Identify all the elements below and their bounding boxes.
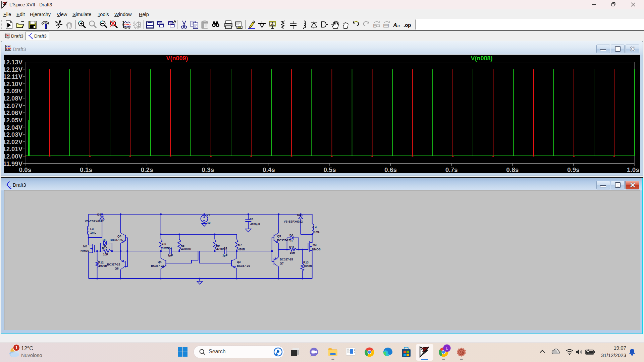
svg-text:1: 1 — [15, 345, 17, 350]
svg-text:D6: D6 — [289, 234, 293, 237]
svg-text:C4: C4 — [168, 247, 172, 250]
svg-text:L: L — [446, 346, 448, 350]
svg-text:12.00V: 12.00V — [4, 153, 23, 160]
svg-text:12.10V: 12.10V — [4, 80, 23, 87]
svg-text:10R: 10R — [290, 251, 296, 254]
svg-text:Q7: Q7 — [280, 262, 284, 265]
svg-text:E: E — [386, 23, 389, 28]
svg-text:12.11V: 12.11V — [4, 73, 23, 80]
svg-text:V2: V2 — [207, 214, 210, 217]
svg-text:12.07V: 12.07V — [4, 102, 23, 109]
svg-text:R12: R12 — [98, 261, 104, 264]
svg-text:0.9s: 0.9s — [567, 166, 580, 173]
svg-text:a: a — [397, 23, 400, 28]
svg-text:R8: R8 — [181, 244, 184, 247]
svg-text:12.12V: 12.12V — [4, 66, 23, 73]
svg-text:C6: C6 — [250, 218, 253, 221]
svg-text:NMOS: NMOS — [80, 249, 89, 252]
svg-text:BC337-25: BC337-25 — [110, 238, 123, 242]
svg-text:L4: L4 — [313, 226, 317, 229]
svg-text:0.2s: 0.2s — [141, 166, 153, 173]
svg-text:10R: 10R — [103, 253, 109, 256]
svg-text:C5: C5 — [223, 247, 227, 250]
svg-text:Q6: Q6 — [117, 235, 121, 238]
svg-text:0.4s: 0.4s — [263, 166, 275, 173]
svg-text:BC337-25: BC337-25 — [237, 264, 250, 267]
svg-text:Q5: Q5 — [277, 235, 281, 238]
svg-text:0.7s: 0.7s — [445, 166, 458, 173]
svg-text:D3: D3 — [97, 213, 101, 216]
svg-text:12.01V: 12.01V — [4, 145, 23, 153]
svg-text:1mL: 1mL — [90, 231, 96, 234]
svg-text:BC327-25: BC327-25 — [280, 258, 293, 261]
svg-text:R11: R11 — [289, 245, 294, 249]
svg-text:12.02V: 12.02V — [4, 138, 23, 145]
svg-text:R7: R7 — [238, 243, 242, 247]
svg-text:0.6s: 0.6s — [384, 166, 397, 173]
svg-text:1µF: 1µF — [222, 254, 227, 257]
svg-text:V(n008): V(n008) — [471, 55, 492, 62]
svg-text:V(n009): V(n009) — [166, 55, 188, 62]
svg-text:0.8s: 0.8s — [506, 166, 519, 173]
svg-text:M4: M4 — [83, 245, 87, 248]
svg-text:12: 12 — [207, 221, 211, 225]
svg-text:D4: D4 — [297, 213, 301, 217]
svg-text:BC337-25: BC337-25 — [151, 264, 164, 267]
svg-text:BC327-25: BC327-25 — [107, 263, 120, 266]
svg-text:.op: .op — [404, 22, 411, 28]
svg-text:NMOS: NMOS — [312, 248, 321, 251]
svg-text:BC337-25: BC337-25 — [277, 239, 290, 242]
svg-text:R6: R6 — [162, 242, 166, 246]
svg-text:1mL: 1mL — [314, 230, 320, 234]
svg-text:Q3: Q3 — [237, 260, 241, 263]
svg-text:1000R: 1000R — [99, 264, 107, 267]
svg-text:0.5s: 0.5s — [324, 166, 336, 173]
svg-text:M3: M3 — [313, 243, 317, 246]
svg-text:R9: R9 — [216, 244, 220, 247]
svg-text:A: A — [271, 22, 273, 26]
svg-text:4700µF: 4700µF — [250, 223, 260, 226]
svg-text:0.1s: 0.1s — [80, 166, 92, 173]
svg-text:E: E — [373, 23, 376, 28]
svg-text:A: A — [393, 21, 397, 28]
svg-text:12.09V: 12.09V — [4, 87, 23, 95]
svg-text:470R: 470R — [238, 248, 245, 251]
svg-text:D: D — [290, 239, 292, 243]
svg-text:1.0s: 1.0s — [627, 166, 639, 173]
svg-text:12.04V: 12.04V — [4, 124, 23, 131]
svg-text:12.03V: 12.03V — [4, 131, 23, 138]
svg-text:0.0s: 0.0s — [19, 166, 32, 173]
svg-text:L3: L3 — [90, 227, 94, 231]
svg-text:12.05V: 12.05V — [4, 117, 23, 124]
svg-text:12.13V: 12.13V — [4, 59, 23, 66]
svg-text:Q4: Q4 — [158, 260, 162, 263]
svg-text:VS-ESPX6012: VS-ESPX6012 — [284, 220, 303, 223]
svg-text:VS-ESPX6012: VS-ESPX6012 — [85, 220, 104, 223]
svg-text:1µF: 1µF — [168, 254, 173, 257]
svg-text:1000R: 1000R — [304, 264, 312, 268]
svg-text:R13: R13 — [303, 261, 309, 264]
svg-text:Q8: Q8 — [115, 267, 119, 270]
svg-text:0.3s: 0.3s — [202, 166, 214, 173]
svg-text:12.06V: 12.06V — [4, 109, 23, 116]
svg-text:47000R: 47000R — [181, 247, 192, 251]
svg-text:D5: D5 — [103, 238, 106, 242]
svg-text:12.08V: 12.08V — [4, 95, 23, 102]
svg-text:R10: R10 — [102, 247, 107, 250]
